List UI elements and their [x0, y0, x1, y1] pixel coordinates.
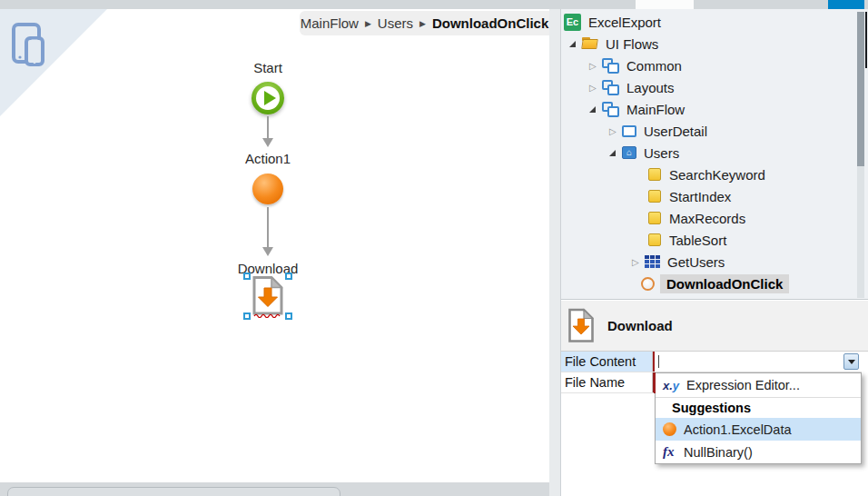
breadcrumb-item-mainflow[interactable]: MainFlow — [301, 15, 359, 31]
collapsed-arrow-icon[interactable]: ▷ — [609, 126, 622, 136]
input-parameter-icon — [648, 168, 661, 181]
bottom-panel-edge — [0, 482, 549, 496]
play-icon — [264, 91, 276, 105]
collapsed-arrow-icon[interactable]: ▷ — [589, 83, 602, 93]
expanded-arrow-icon[interactable] — [569, 41, 582, 47]
connector-arrowhead-icon — [262, 247, 273, 256]
tree-item-label: UserDetail — [644, 124, 707, 139]
tree-item-label: GetUsers — [667, 254, 725, 270]
window-edge-decoration — [865, 12, 867, 68]
tree-scrollbar[interactable] — [857, 12, 864, 298]
suggestion-nullbinary[interactable]: fx NullBinary() — [656, 441, 861, 463]
selection-handle[interactable] — [243, 312, 251, 320]
connector-arrowhead-icon — [262, 138, 273, 147]
download-document-icon — [567, 308, 595, 343]
selection-handle[interactable] — [243, 273, 251, 280]
tree-item-label: SearchKeyword — [669, 167, 765, 183]
top-accent-segment — [828, 0, 864, 9]
breadcrumb-separator-icon: ▶ — [419, 18, 426, 28]
property-row: File Content — [561, 352, 862, 372]
mandatory-indicator — [654, 372, 656, 393]
tree-item-module[interactable]: Ec ExcelExport — [561, 11, 868, 33]
tree-item-maxrecords[interactable]: MaxRecords — [561, 207, 868, 229]
collapsed-arrow-icon[interactable]: ▷ — [632, 257, 645, 267]
validation-squiggle — [254, 314, 280, 317]
expression-icon: x.y — [663, 379, 686, 392]
start-node-inner — [256, 86, 280, 110]
breadcrumb-item-users[interactable]: Users — [378, 15, 413, 31]
tree-item-userdetail[interactable]: ▷ UserDetail — [561, 120, 868, 142]
expression-editor-label: Expression Editor... — [686, 378, 800, 392]
screen-action-icon — [641, 277, 655, 291]
tree-item-layouts[interactable]: ▷ Layouts — [561, 76, 868, 98]
tree-item-label: MaxRecords — [669, 211, 745, 226]
properties-title: Download — [607, 318, 673, 333]
suggestion-action1-exceldata[interactable]: Action1.ExcelData — [656, 418, 861, 441]
tree-item-users[interactable]: ⌂ Users — [561, 142, 868, 164]
collapsed-arrow-icon[interactable]: ▷ — [589, 61, 602, 71]
selection-handle[interactable] — [285, 273, 292, 280]
ui-flow-icon — [602, 102, 619, 117]
connector-line[interactable] — [267, 116, 269, 140]
action-output-icon — [663, 422, 676, 436]
connector-line[interactable] — [267, 207, 269, 248]
property-value-file-content[interactable] — [653, 352, 862, 372]
input-parameter-icon — [648, 233, 661, 246]
aggregate-icon — [645, 255, 660, 268]
home-screen-icon: ⌂ — [622, 146, 636, 159]
breadcrumb: MainFlow ▶ Users ▶ DownloadOnClick — [300, 11, 549, 35]
expression-editor-item[interactable]: x.y Expression Editor... — [656, 373, 861, 398]
suggestion-label: Action1.ExcelData — [684, 422, 791, 437]
property-label-file-content[interactable]: File Content — [561, 352, 653, 372]
property-label-file-name[interactable]: File Name — [561, 372, 653, 392]
tree-item-tablesort[interactable]: TableSort — [561, 229, 868, 251]
ui-flow-icon — [602, 80, 619, 95]
breadcrumb-separator-icon: ▶ — [365, 18, 371, 28]
input-parameter-icon — [648, 212, 661, 224]
expanded-arrow-icon[interactable] — [589, 106, 602, 113]
devices-icon — [11, 22, 49, 67]
action1-node-icon[interactable] — [252, 174, 283, 204]
chevron-down-icon — [848, 360, 855, 364]
download-node-icon[interactable] — [252, 275, 284, 318]
top-tab-highlight — [636, 0, 694, 9]
action-node-label: Action1 — [209, 151, 327, 166]
bottom-panel-tab[interactable] — [7, 487, 340, 496]
screen-icon — [622, 125, 636, 137]
suggestion-label: NullBinary() — [684, 445, 753, 460]
suggestions-header: Suggestions — [656, 398, 861, 418]
tree-item-mainflow[interactable]: MainFlow — [561, 98, 868, 120]
tree-item-label: Layouts — [626, 80, 675, 95]
scrollbar-thumb[interactable] — [857, 12, 864, 166]
text-caret — [658, 355, 659, 368]
tree-item-label: UI Flows — [606, 36, 658, 52]
function-icon: fx — [663, 444, 684, 460]
tree-item-label-selected: DownloadOnClick — [660, 274, 789, 293]
tree-item-label: TableSort — [669, 233, 726, 248]
tree-item-label: Common — [626, 58, 682, 74]
expanded-arrow-icon[interactable] — [609, 150, 622, 156]
panel-splitter[interactable] — [549, 9, 560, 496]
start-node-label: Start — [209, 60, 327, 75]
tree-item-label: MainFlow — [626, 102, 685, 117]
dropdown-button[interactable] — [843, 353, 859, 370]
tree-item-searchkeyword[interactable]: SearchKeyword — [561, 164, 868, 185]
input-parameter-icon — [648, 190, 661, 203]
properties-header: Download — [561, 301, 868, 352]
tree-item-startindex[interactable]: StartIndex — [561, 185, 868, 207]
flow-canvas[interactable]: MainFlow ▶ Users ▶ DownloadOnClick Start… — [0, 9, 549, 482]
ui-flow-icon — [602, 58, 619, 74]
right-panel: Ec ExcelExport UI Flows ▷ Common ▷ Layou… — [560, 9, 868, 496]
module-icon: Ec — [564, 14, 581, 31]
tree-item-downloadonclick[interactable]: DownloadOnClick — [561, 273, 868, 294]
top-window-strip — [0, 0, 868, 9]
tree-item-getusers[interactable]: ▷ GetUsers — [561, 251, 868, 273]
start-node-icon[interactable] — [252, 82, 284, 114]
service-studio-window: MainFlow ▶ Users ▶ DownloadOnClick Start… — [0, 0, 868, 496]
folder-icon — [582, 37, 598, 50]
tree-item-label: StartIndex — [669, 189, 731, 204]
tree-item-common[interactable]: ▷ Common — [561, 55, 868, 76]
selection-handle[interactable] — [285, 312, 292, 320]
tree-item-ui-flows[interactable]: UI Flows — [561, 33, 868, 55]
breadcrumb-item-current[interactable]: DownloadOnClick — [432, 15, 548, 31]
